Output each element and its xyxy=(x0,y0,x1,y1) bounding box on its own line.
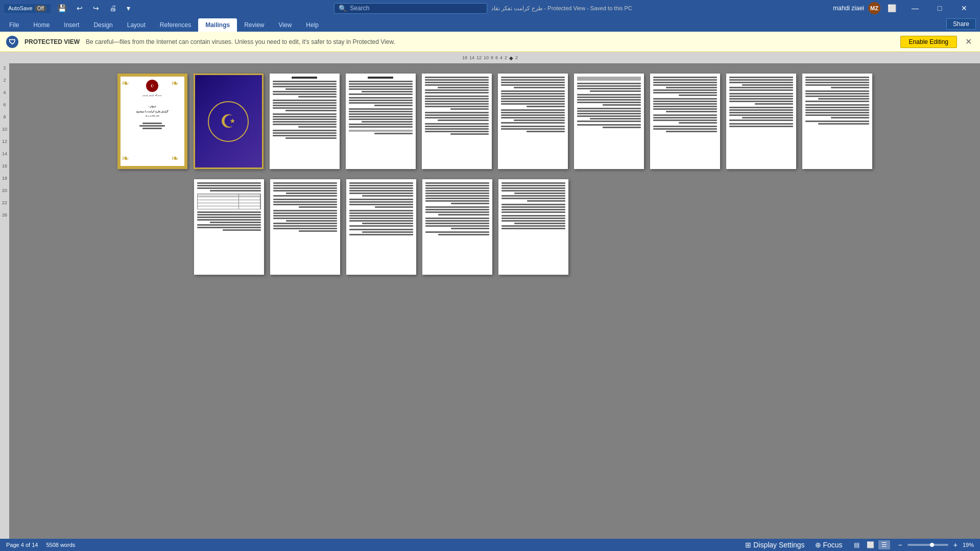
page-row-1: ❧ ❧ ❧ ❧ ☪ بسم الله الرحمن الرحیم عنوان :… xyxy=(117,74,872,169)
cover1-header-text: بسم الله الرحمن الرحیم xyxy=(142,94,161,97)
main-area: 2 2 4 6 8 10 12 14 16 18 20 22 26 ❧ ❧ ❧ xyxy=(0,63,980,539)
print-layout-button[interactable]: ▤ xyxy=(851,540,863,549)
focus-icon: ⊕ xyxy=(815,541,821,549)
page-3-content xyxy=(270,74,340,169)
page-row-2 xyxy=(117,179,568,275)
window-controls: — □ ✕ xyxy=(903,0,976,16)
web-layout-button[interactable]: ⬜ xyxy=(864,540,877,549)
page-8-content xyxy=(650,74,720,169)
avatar: MZ xyxy=(868,2,880,14)
minimize-button[interactable]: — xyxy=(903,0,927,16)
page-11-content xyxy=(194,179,264,275)
close-button[interactable]: ✕ xyxy=(952,0,976,16)
page-13-content xyxy=(346,179,416,275)
page-8[interactable] xyxy=(650,74,720,169)
zoom-thumb xyxy=(930,543,934,547)
tab-review[interactable]: Review xyxy=(237,18,271,32)
protected-view-close-button[interactable]: ✕ xyxy=(963,37,974,46)
customize-button[interactable]: ▾ xyxy=(124,3,133,13)
tab-view[interactable]: View xyxy=(272,18,299,32)
page-9[interactable] xyxy=(726,74,796,169)
ribbon: File Home Insert Design Layout Reference… xyxy=(0,16,980,32)
tab-design[interactable]: Design xyxy=(86,18,119,32)
title-bar-center: 🔍 طرح کرامت تفکر نقاد - Protected View -… xyxy=(133,3,833,14)
page-10-content xyxy=(802,74,872,169)
status-bar: Page 4 of 14 5508 words ⊞ Display Settin… xyxy=(0,539,980,551)
page-7[interactable] xyxy=(574,74,644,169)
save-icon-button[interactable]: 💾 xyxy=(55,3,69,13)
corner-decoration-tl: ❧ xyxy=(122,78,134,90)
page-4[interactable] xyxy=(346,74,416,169)
tab-mailings[interactable]: Mailings xyxy=(198,18,237,32)
page-5[interactable] xyxy=(422,74,492,169)
display-settings-icon: ⊞ xyxy=(745,541,751,549)
search-input[interactable] xyxy=(350,5,483,12)
protected-view-title: PROTECTED VIEW xyxy=(25,38,80,45)
print-button[interactable]: 🖨 xyxy=(106,3,119,13)
ribbon-toggle-button[interactable]: ⬜ xyxy=(885,3,899,13)
user-name: mahdi ziaei xyxy=(833,5,864,12)
document-title: طرح کرامت تفکر نقاد - Protected View - S… xyxy=(491,5,632,12)
status-bar-right: ⊞ Display Settings ⊕ Focus ▤ ⬜ ☰ − + 19% xyxy=(743,540,974,550)
page-7-content xyxy=(574,74,644,169)
page-14[interactable] xyxy=(422,179,492,275)
cover1-title-text: عنوان : گزارش طرح کرامت با موضوع تفکر ان… xyxy=(136,101,168,131)
read-mode-button[interactable]: ☰ xyxy=(878,540,890,549)
page-11[interactable] xyxy=(194,179,264,275)
page-9-content xyxy=(726,74,796,169)
page-15-content xyxy=(498,179,568,275)
word-count: 5508 words xyxy=(46,542,75,548)
page-6-content xyxy=(498,74,568,169)
title-bar-right: mahdi ziaei MZ ⬜ — □ ✕ xyxy=(833,0,976,16)
ribbon-tabs: File Home Insert Design Layout Reference… xyxy=(0,16,980,32)
title-bar: AutoSave Off 💾 ↩ ↪ 🖨 ▾ 🔍 طرح کرامت تفکر … xyxy=(0,0,980,16)
enable-editing-button[interactable]: Enable Editing xyxy=(900,36,957,48)
autosave-state: Off xyxy=(35,5,46,12)
page-6[interactable] xyxy=(498,74,568,169)
tab-references[interactable]: References xyxy=(153,18,198,32)
tab-help[interactable]: Help xyxy=(299,18,326,32)
corner-decoration-br: ❧ xyxy=(171,153,183,165)
autosave-button[interactable]: AutoSave Off xyxy=(4,4,51,13)
zoom-in-button[interactable]: + xyxy=(951,540,960,550)
islamic-emblem: ☪ xyxy=(208,101,249,142)
tab-layout[interactable]: Layout xyxy=(120,18,153,32)
page-info: Page 4 of 14 xyxy=(6,542,38,548)
corner-decoration-bl: ❧ xyxy=(122,153,134,165)
page-14-content xyxy=(422,179,492,275)
zoom-out-button[interactable]: − xyxy=(896,540,904,550)
page-15[interactable] xyxy=(498,179,568,275)
page-10[interactable] xyxy=(802,74,872,169)
protected-view-bar: 🛡 PROTECTED VIEW Be careful—files from t… xyxy=(0,32,980,52)
page-1[interactable]: ❧ ❧ ❧ ❧ ☪ بسم الله الرحمن الرحیم عنوان :… xyxy=(117,74,187,169)
autosave-label: AutoSave xyxy=(8,5,33,11)
maximize-button[interactable]: □ xyxy=(928,0,951,16)
page-12-content xyxy=(270,179,340,275)
zoom-slider[interactable] xyxy=(907,544,948,546)
tab-file[interactable]: File xyxy=(2,18,26,32)
page-4-content xyxy=(346,74,416,169)
user-area: mahdi ziaei MZ xyxy=(833,2,880,14)
pages-container: ❧ ❧ ❧ ❧ ☪ بسم الله الرحمن الرحیم عنوان :… xyxy=(117,74,872,275)
undo-button[interactable]: ↩ xyxy=(74,3,86,13)
page-12[interactable] xyxy=(270,179,340,275)
corner-decoration-tr: ❧ xyxy=(171,78,183,90)
redo-button[interactable]: ↪ xyxy=(90,3,102,13)
focus-button[interactable]: ⊕ Focus xyxy=(813,540,845,550)
share-button[interactable]: Share xyxy=(946,18,976,30)
document-canvas[interactable]: ❧ ❧ ❧ ❧ ☪ بسم الله الرحمن الرحیم عنوان :… xyxy=(9,63,980,539)
zoom-level: 19% xyxy=(963,542,974,548)
page-5-content xyxy=(422,74,492,169)
display-settings-button[interactable]: ⊞ Display Settings xyxy=(743,540,806,550)
left-ruler: 2 2 4 6 8 10 12 14 16 18 20 22 26 xyxy=(0,63,9,539)
top-ruler: 18 14 12 10 8 6 4 2 ◆ 2 xyxy=(0,52,980,63)
search-box[interactable]: 🔍 xyxy=(334,3,487,14)
page-3[interactable] xyxy=(270,74,340,169)
tab-home[interactable]: Home xyxy=(26,18,57,32)
search-icon: 🔍 xyxy=(339,5,347,12)
page-13[interactable] xyxy=(346,179,416,275)
title-bar-left: AutoSave Off 💾 ↩ ↪ 🖨 ▾ xyxy=(4,3,133,13)
page-2[interactable]: ☪ xyxy=(194,74,264,169)
protected-view-icon: 🛡 xyxy=(6,36,18,48)
tab-insert[interactable]: Insert xyxy=(57,18,86,32)
